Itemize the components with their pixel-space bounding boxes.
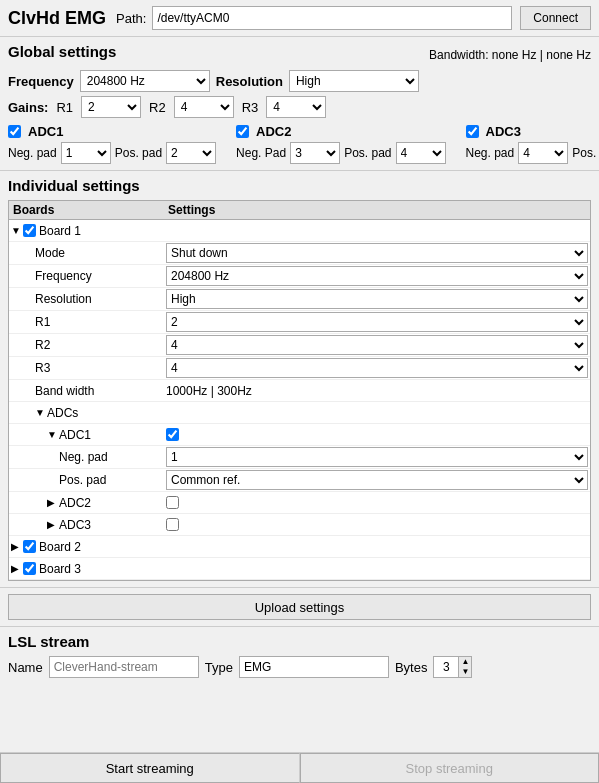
b1-adc3-checkbox[interactable]	[166, 518, 179, 531]
adc2-neg-label: Neg. Pad	[236, 146, 286, 160]
b1-adc2-checkbox[interactable]	[166, 496, 179, 509]
r1-label: R1	[56, 100, 73, 115]
b1-adc1-row: ▼ ADC1	[9, 424, 590, 446]
mode-select[interactable]: Shut downActiveStandby	[166, 243, 588, 263]
resolution-select[interactable]: High Medium Low	[289, 70, 419, 92]
board1-r1-select[interactable]: 1248	[166, 312, 588, 332]
adc3-neg-select[interactable]: 12345	[518, 142, 568, 164]
r3-select[interactable]: 1248	[266, 96, 326, 118]
col-settings: Settings	[168, 203, 215, 217]
board1-bw-value: 1000Hz | 300Hz	[166, 384, 252, 398]
path-input[interactable]	[152, 6, 512, 30]
board1-row: ▼ Board 1	[9, 220, 590, 242]
board2-label: Board 2	[39, 540, 81, 554]
b1-adc1-neg-label: Neg. pad	[59, 450, 108, 464]
board1-collapse[interactable]: ▼	[11, 225, 23, 236]
frequency-label: Frequency	[8, 74, 74, 89]
adc1-label: ADC1	[28, 124, 63, 139]
r1-row: R1 1248	[9, 311, 590, 334]
gains-label: Gains:	[8, 100, 48, 115]
board1-r2-select[interactable]: 1248	[166, 335, 588, 355]
b1-adc3-row: ▶ ADC3	[9, 514, 590, 536]
resolution-label: Resolution	[216, 74, 283, 89]
adc3-pos-label: Pos. pad	[572, 146, 599, 160]
adc2-neg-select[interactable]: 12345	[290, 142, 340, 164]
individual-settings-title: Individual settings	[8, 177, 591, 194]
board3-row: ▶ Board 3	[9, 558, 590, 580]
frequency-select[interactable]: 204800 Hz 102400 Hz 51200 Hz	[80, 70, 210, 92]
app-title: ClvHd EMG	[8, 8, 106, 29]
r1-select[interactable]: 1248	[81, 96, 141, 118]
bandwidth-info: Bandwidth: none Hz | none Hz	[429, 48, 591, 62]
r2-row: R2 1248	[9, 334, 590, 357]
board1-r2-label: R2	[35, 338, 50, 352]
bytes-value: 3	[434, 660, 458, 674]
r3-row: R3 1248	[9, 357, 590, 380]
lsl-title: LSL stream	[8, 633, 591, 650]
board3-collapse[interactable]: ▶	[11, 563, 23, 574]
b1-adc2-label: ADC2	[59, 496, 91, 510]
b1-adc1-pos-select[interactable]: Common ref.12345	[166, 470, 588, 490]
b1-adc2-row: ▶ ADC2	[9, 492, 590, 514]
board1-bw-label: Band width	[35, 384, 94, 398]
board1-r1-label: R1	[35, 315, 50, 329]
b1-adc1-checkbox[interactable]	[166, 428, 179, 441]
adc1-neg-select[interactable]: 12345	[61, 142, 111, 164]
b1-adc2-collapse[interactable]: ▶	[47, 497, 59, 508]
start-streaming-button[interactable]: Start streaming	[0, 753, 300, 783]
board1-res-select[interactable]: HighMediumLow	[166, 289, 588, 309]
b1-adc1-pos-row: Pos. pad Common ref.12345	[9, 469, 590, 492]
lsl-bytes-label: Bytes	[395, 660, 428, 675]
lsl-name-label: Name	[8, 660, 43, 675]
b1-adc1-pos-label: Pos. pad	[59, 473, 106, 487]
b1-adc1-neg-row: Neg. pad 12345	[9, 446, 590, 469]
bytes-arrows: ▲ ▼	[458, 657, 471, 677]
freq-row: Frequency 204800 Hz102400 Hz	[9, 265, 590, 288]
r2-select[interactable]: 1248	[174, 96, 234, 118]
adc3-label: ADC3	[486, 124, 521, 139]
bytes-up[interactable]: ▲	[459, 657, 471, 667]
r2-label: R2	[149, 100, 166, 115]
adc2-pos-select[interactable]: 12345	[396, 142, 446, 164]
path-label: Path:	[116, 11, 146, 26]
board3-checkbox[interactable]	[23, 562, 36, 575]
board2-row: ▶ Board 2	[9, 536, 590, 558]
stop-streaming-button[interactable]: Stop streaming	[300, 753, 600, 783]
adc1-pos-select[interactable]: 12345	[166, 142, 216, 164]
board1-label: Board 1	[39, 224, 81, 238]
board2-collapse[interactable]: ▶	[11, 541, 23, 552]
lsl-type-label: Type	[205, 660, 233, 675]
adc1-neg-label: Neg. pad	[8, 146, 57, 160]
b1-adc1-label: ADC1	[59, 428, 91, 442]
board1-freq-label: Frequency	[35, 269, 92, 283]
b1-adc3-collapse[interactable]: ▶	[47, 519, 59, 530]
b1-adc3-label: ADC3	[59, 518, 91, 532]
r3-label: R3	[242, 100, 259, 115]
board1-res-label: Resolution	[35, 292, 92, 306]
board1-r3-select[interactable]: 1248	[166, 358, 588, 378]
lsl-name-input[interactable]	[49, 656, 199, 678]
b1-adc1-neg-select[interactable]: 12345	[166, 447, 588, 467]
board1-checkbox[interactable]	[23, 224, 36, 237]
upload-settings-button[interactable]: Upload settings	[8, 594, 591, 620]
bytes-spinner: 3 ▲ ▼	[433, 656, 472, 678]
adcs-row: ▼ ADCs	[9, 402, 590, 424]
lsl-type-input[interactable]	[239, 656, 389, 678]
board1-freq-select[interactable]: 204800 Hz102400 Hz	[166, 266, 588, 286]
col-boards: Boards	[13, 203, 168, 217]
adc1-pos-label: Pos. pad	[115, 146, 162, 160]
board3-label: Board 3	[39, 562, 81, 576]
adc1-checkbox[interactable]	[8, 125, 21, 138]
mode-row: Mode Shut downActiveStandby	[9, 242, 590, 265]
b1-adc1-collapse[interactable]: ▼	[47, 429, 59, 440]
bytes-down[interactable]: ▼	[459, 667, 471, 677]
board2-checkbox[interactable]	[23, 540, 36, 553]
adc3-neg-label: Neg. pad	[466, 146, 515, 160]
adc2-pos-label: Pos. pad	[344, 146, 391, 160]
adc3-checkbox[interactable]	[466, 125, 479, 138]
adcs-collapse[interactable]: ▼	[35, 407, 47, 418]
res-row: Resolution HighMediumLow	[9, 288, 590, 311]
bandwidth-row: Band width 1000Hz | 300Hz	[9, 380, 590, 402]
adc2-checkbox[interactable]	[236, 125, 249, 138]
connect-button[interactable]: Connect	[520, 6, 591, 30]
